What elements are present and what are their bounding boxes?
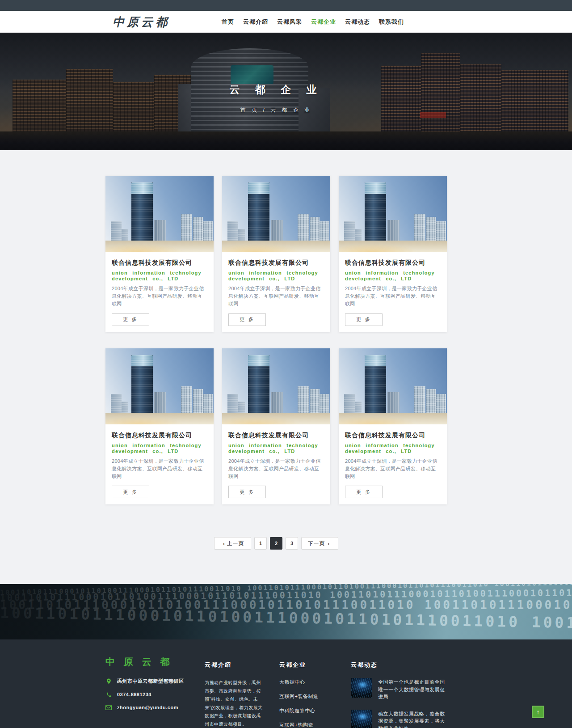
nav-item-style[interactable]: 云都风采 xyxy=(277,18,302,26)
footer-news-item[interactable]: 确立大数据发展战略，整合数据资源，集聚发展要素，将大数据产业打造 xyxy=(351,710,447,728)
mail-icon xyxy=(105,704,112,711)
pagination-page-3[interactable]: 3 xyxy=(286,537,298,550)
pagination-page-1[interactable]: 1 xyxy=(254,537,267,550)
company-name: 联合信息科技发展有限公司 xyxy=(228,259,324,267)
company-card[interactable]: 联合信息科技发展有限公司 union information technolog… xyxy=(105,176,214,332)
company-card[interactable]: 联合信息科技发展有限公司 union information technolog… xyxy=(339,176,447,332)
company-image xyxy=(105,176,214,252)
top-bar xyxy=(0,0,572,11)
news-text: 全国第一个也是截止目前全国唯一一个大数据管理与发展促进局 xyxy=(378,678,447,701)
company-name-en: union information technology development… xyxy=(345,270,441,282)
company-image xyxy=(339,176,447,252)
binary-banner: 1001101011100010110100111000101101011100… xyxy=(0,584,572,639)
company-image xyxy=(339,348,447,424)
main-content: 联合信息科技发展有限公司 union information technolog… xyxy=(0,150,572,584)
news-text: 确立大数据发展战略，整合数据资源，集聚发展要素，将大数据产业打造 xyxy=(378,710,447,728)
company-description: 2004年成立于深圳，是一家致力于企业信息化解决方案、互联网产品研发、移动互联网 xyxy=(228,285,324,308)
company-name: 联合信息科技发展有限公司 xyxy=(112,432,207,440)
nav-item-home[interactable]: 首页 xyxy=(222,18,234,26)
company-grid: 联合信息科技发展有限公司 union information technolog… xyxy=(105,176,447,504)
nav-menu: 首页 云都介绍 云都风采 云都企业 云都动态 联系我们 xyxy=(222,18,404,26)
news-thumbnail xyxy=(351,710,372,728)
company-name: 联合信息科技发展有限公司 xyxy=(112,259,207,267)
more-button[interactable]: 更 多 xyxy=(345,313,383,326)
footer-brand: 中 原 云 都 xyxy=(105,656,205,668)
footer-link-supercomputing[interactable]: 中科院超算中心 xyxy=(279,707,335,714)
company-name-en: union information technology development… xyxy=(112,443,207,454)
company-card[interactable]: 联合信息科技发展有限公司 union information technolog… xyxy=(222,348,330,505)
news-thumbnail xyxy=(351,678,372,698)
company-name-en: union information technology development… xyxy=(228,443,324,454)
nav-item-enterprise[interactable]: 云都企业 xyxy=(311,18,336,26)
company-description: 2004年成立于深圳，是一家致力于企业信息化解决方案、互联网产品研发、移动互联网 xyxy=(345,457,441,480)
more-button[interactable]: 更 多 xyxy=(228,313,266,326)
footer-address: 禹州市中原云都新型智慧街区 xyxy=(117,678,184,685)
chevron-right-icon: › xyxy=(328,540,329,547)
location-pin-icon xyxy=(105,678,112,685)
company-image xyxy=(105,348,214,424)
nav-item-intro[interactable]: 云都介绍 xyxy=(243,18,268,26)
arrow-up-icon: ↑ xyxy=(537,708,540,715)
company-description: 2004年成立于深圳，是一家致力于企业信息化解决方案、互联网产品研发、移动互联网 xyxy=(112,285,207,308)
company-description: 2004年成立于深圳，是一家致力于企业信息化解决方案、互联网产品研发、移动互联网 xyxy=(228,457,324,480)
main-navigation: 中原云都 首页 云都介绍 云都风采 云都企业 云都动态 联系我们 xyxy=(0,11,572,33)
breadcrumb[interactable]: 首 页 / 云 都 企 业 xyxy=(0,106,562,114)
phone-icon xyxy=(105,691,112,698)
more-button[interactable]: 更 多 xyxy=(112,313,149,326)
footer: 中 原 云 都 禹州市中原云都新型智慧街区 0374-8881234 zhong… xyxy=(0,639,572,728)
company-description: 2004年成立于深圳，是一家致力于企业信息化解决方案、互联网产品研发、移动互联网 xyxy=(112,457,207,480)
company-name-en: union information technology development… xyxy=(345,443,441,454)
pagination-page-2-active[interactable]: 2 xyxy=(270,537,282,550)
back-to-top-button[interactable]: ↑ xyxy=(532,706,544,718)
nav-item-news[interactable]: 云都动态 xyxy=(345,18,370,26)
pagination: ‹ 上一页 1 2 3 下一页 › xyxy=(105,537,447,550)
company-name: 联合信息科技发展有限公司 xyxy=(345,259,441,267)
footer-about-heading: 云都介绍 xyxy=(205,661,264,669)
pagination-prev-button[interactable]: ‹ 上一页 xyxy=(214,537,251,550)
company-image xyxy=(222,176,330,252)
company-image xyxy=(222,348,330,424)
footer-about-text: 为推动产业转型升级，禹州市委、市政府审时度势，按照“科技、众创、绿色、未来”的发… xyxy=(205,679,264,728)
footer-email-row[interactable]: zhongyuan@yundu.com xyxy=(105,704,205,711)
footer-phone: 0374-8881234 xyxy=(117,692,151,697)
footer-news-heading: 云都动态 xyxy=(351,661,447,669)
company-card[interactable]: 联合信息科技发展有限公司 union information technolog… xyxy=(222,176,330,332)
nav-item-contact[interactable]: 联系我们 xyxy=(379,18,404,26)
company-name-en: union information technology development… xyxy=(228,270,324,282)
binary-banner-shade xyxy=(0,584,572,639)
footer-link-equipment[interactable]: 互联网+装备制造 xyxy=(279,693,335,700)
more-button[interactable]: 更 多 xyxy=(228,486,266,498)
company-card[interactable]: 联合信息科技发展有限公司 union information technolog… xyxy=(339,348,447,505)
company-name: 联合信息科技发展有限公司 xyxy=(345,432,441,440)
footer-news-item[interactable]: 全国第一个也是截止目前全国唯一一个大数据管理与发展促进局 xyxy=(351,678,447,701)
more-button[interactable]: 更 多 xyxy=(112,486,149,498)
company-card[interactable]: 联合信息科技发展有限公司 union information technolog… xyxy=(105,348,214,505)
hero-banner: 云 都 企 业 首 页 / 云 都 企 业 xyxy=(0,33,572,150)
company-description: 2004年成立于深圳，是一家致力于企业信息化解决方案、互联网产品研发、移动互联网 xyxy=(345,285,441,308)
footer-phone-row: 0374-8881234 xyxy=(105,691,205,698)
company-name: 联合信息科技发展有限公司 xyxy=(228,432,324,440)
footer-email: zhongyuan@yundu.com xyxy=(117,705,178,710)
company-name-en: union information technology development… xyxy=(112,270,207,282)
more-button[interactable]: 更 多 xyxy=(345,486,383,498)
chevron-left-icon: ‹ xyxy=(223,540,225,547)
footer-link-bigdata-center[interactable]: 大数据中心 xyxy=(279,679,335,686)
footer-enterprises-heading: 云都企业 xyxy=(279,661,335,669)
page-title: 云 都 企 业 xyxy=(0,83,562,97)
pagination-next-button[interactable]: 下一页 › xyxy=(301,537,338,550)
footer-link-ceramics[interactable]: 互联网+钧陶瓷 xyxy=(279,722,335,728)
site-logo[interactable]: 中原云都 xyxy=(113,14,170,30)
footer-address-row: 禹州市中原云都新型智慧街区 xyxy=(105,678,205,685)
